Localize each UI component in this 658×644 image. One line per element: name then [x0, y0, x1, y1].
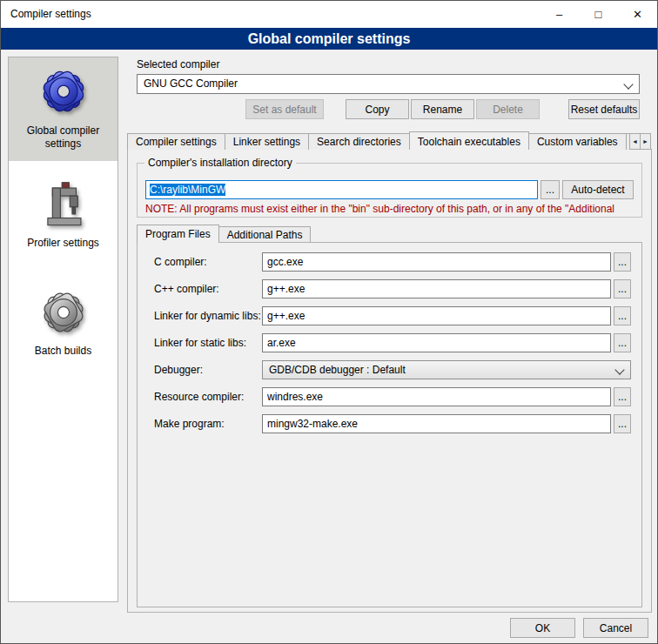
ok-button[interactable]: OK	[510, 618, 575, 638]
tab-scroll-buttons: ◄ ►	[629, 133, 650, 150]
delete-button[interactable]: Delete	[476, 99, 540, 119]
titlebar[interactable]: Compiler settings – □ ✕	[1, 1, 657, 28]
c-compiler-input[interactable]	[262, 252, 611, 272]
debugger-label: Debugger:	[154, 360, 203, 379]
program-files-tabstrip: Program Files Additional Paths	[137, 224, 310, 242]
gray-gear-icon	[37, 286, 90, 339]
cpp-compiler-browse-button[interactable]: ...	[614, 279, 631, 299]
sidebar-item-global-compiler-settings[interactable]: Global compiler settings	[9, 57, 118, 161]
linker-dynamic-browse-button[interactable]: ...	[614, 306, 631, 325]
sidebar-item-batch-builds[interactable]: Batch builds	[9, 279, 118, 368]
resource-compiler-input[interactable]	[262, 387, 611, 406]
tab-search-directories[interactable]: Search directories	[308, 133, 410, 150]
main-tabstrip: Compiler settings Linker settings Search…	[127, 131, 629, 150]
compiler-select-value: GNU GCC Compiler	[144, 75, 238, 93]
maximize-button[interactable]: □	[579, 1, 618, 28]
close-icon: ✕	[633, 8, 642, 21]
chevron-down-icon	[614, 365, 624, 374]
make-program-browse-button[interactable]: ...	[614, 414, 631, 433]
reset-defaults-button[interactable]: Reset defaults	[568, 99, 640, 119]
subtab-additional-paths[interactable]: Additional Paths	[218, 226, 312, 242]
resource-compiler-browse-button[interactable]: ...	[614, 387, 631, 406]
note-text: NOTE: All programs must exist either in …	[145, 203, 639, 215]
sidebar-item-label: Batch builds	[11, 345, 115, 358]
c-compiler-browse-button[interactable]: ...	[614, 252, 631, 272]
dialog-header: Global compiler settings	[1, 28, 657, 50]
blue-gear-icon	[37, 64, 91, 118]
minimize-icon: –	[556, 8, 562, 21]
install-dir-selected-text: C:\raylib\MinGW	[150, 184, 225, 196]
settings-category-sidebar: Global compiler settings Profiler settin…	[8, 57, 118, 602]
debugger-select[interactable]: GDB/CDB debugger : Default	[262, 360, 631, 379]
tab-toolchain-executables[interactable]: Toolchain executables	[409, 131, 529, 150]
set-as-default-button[interactable]: Set as default	[245, 99, 324, 119]
minimize-button[interactable]: –	[540, 1, 579, 28]
sidebar-item-label: Global compiler settings	[11, 124, 115, 151]
tab-custom-variables[interactable]: Custom variables	[528, 133, 627, 150]
resource-compiler-label: Resource compiler:	[154, 387, 244, 406]
tab-scroll-right-button[interactable]: ►	[640, 133, 651, 150]
linker-static-browse-button[interactable]: ...	[614, 333, 631, 352]
make-program-label: Make program:	[154, 414, 225, 433]
subtab-program-files[interactable]: Program Files	[137, 225, 219, 243]
tab-linker-settings[interactable]: Linker settings	[225, 133, 309, 150]
debugger-select-value: GDB/CDB debugger : Default	[269, 361, 406, 379]
installation-directory-legend: Compiler's installation directory	[144, 157, 296, 170]
linker-static-input[interactable]	[262, 333, 611, 352]
copy-button[interactable]: Copy	[346, 99, 409, 119]
arrow-left-icon: ◄	[632, 138, 638, 144]
make-program-input[interactable]	[262, 414, 611, 433]
window-controls: – □ ✕	[540, 1, 657, 28]
close-button[interactable]: ✕	[618, 1, 657, 28]
compiler-settings-dialog: Compiler settings – □ ✕ Global compiler …	[0, 0, 658, 644]
linker-dynamic-label: Linker for dynamic libs:	[154, 306, 261, 325]
arrow-right-icon: ►	[642, 138, 648, 144]
tab-compiler-settings[interactable]: Compiler settings	[127, 133, 225, 150]
cancel-button[interactable]: Cancel	[583, 618, 648, 638]
auto-detect-button[interactable]: Auto-detect	[562, 180, 634, 199]
c-compiler-label: C compiler:	[154, 252, 207, 272]
profiler-tool-icon	[38, 180, 89, 231]
install-dir-input[interactable]: C:\raylib\MinGW	[145, 180, 538, 199]
window-title: Compiler settings	[10, 1, 91, 28]
rename-button[interactable]: Rename	[411, 99, 474, 119]
linker-dynamic-input[interactable]	[262, 306, 611, 325]
linker-static-label: Linker for static libs:	[154, 333, 246, 352]
install-dir-browse-button[interactable]: ...	[540, 180, 560, 199]
cpp-compiler-input[interactable]	[262, 279, 611, 299]
cpp-compiler-label: C++ compiler:	[154, 279, 219, 299]
sidebar-item-label: Profiler settings	[11, 237, 115, 250]
sidebar-item-profiler-settings[interactable]: Profiler settings	[9, 173, 118, 260]
maximize-icon: □	[595, 8, 602, 21]
chevron-down-icon	[623, 79, 633, 89]
selected-compiler-label: Selected compiler	[137, 58, 219, 71]
compiler-select[interactable]: GNU GCC Compiler	[137, 74, 640, 94]
